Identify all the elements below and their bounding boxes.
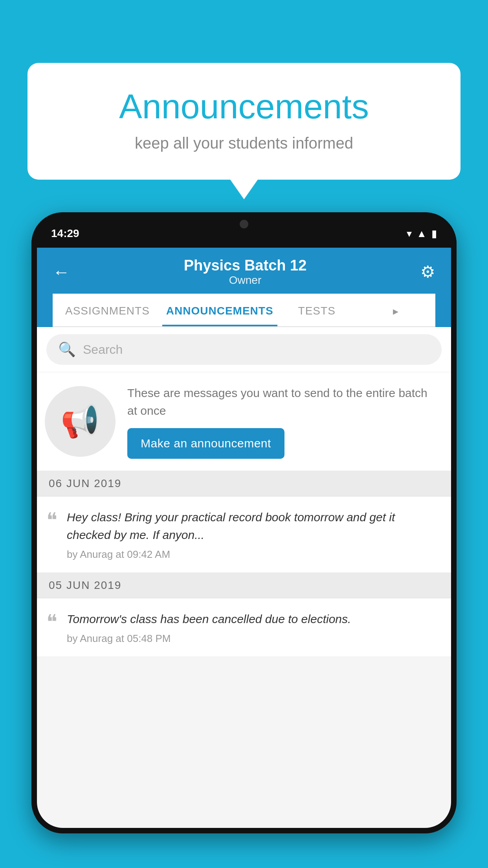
announcement-text-2: Tomorrow's class has been cancelled due … (67, 610, 439, 628)
announcement-meta-1: by Anurag at 09:42 AM (67, 548, 439, 561)
promo-description: These are messages you want to send to t… (127, 384, 439, 419)
status-icons: ▾ ▲ ▮ (407, 228, 437, 240)
phone-screen: ← Physics Batch 12 Owner ⚙ ASSIGNMENTS A… (37, 248, 451, 828)
settings-icon[interactable]: ⚙ (420, 262, 435, 281)
header-row: ← Physics Batch 12 Owner ⚙ (53, 257, 435, 294)
speech-bubble-container: Announcements keep all your students inf… (28, 63, 460, 199)
announcement-meta-2: by Anurag at 05:48 PM (67, 633, 439, 645)
battery-icon: ▮ (431, 228, 437, 240)
tabs-row: ASSIGNMENTS ANNOUNCEMENTS TESTS ▸ (53, 294, 435, 327)
search-bar[interactable]: 🔍 Search (46, 334, 442, 365)
promo-card: 📢 These are messages you want to send to… (37, 372, 451, 471)
signal-icon: ▲ (416, 228, 427, 240)
promo-icon-circle: 📢 (45, 386, 116, 457)
status-bar: 14:29 ▾ ▲ ▮ (31, 212, 457, 248)
app-header: ← Physics Batch 12 Owner ⚙ ASSIGNMENTS A… (37, 248, 451, 327)
search-container: 🔍 Search (37, 327, 451, 372)
wifi-icon: ▾ (407, 228, 412, 240)
speech-bubble-arrow (230, 180, 258, 199)
speech-bubble-title: Announcements (59, 86, 429, 127)
make-announcement-button[interactable]: Make an announcement (127, 428, 284, 459)
announcement-item-1: ❝ Hey class! Bring your practical record… (37, 497, 451, 573)
tab-more[interactable]: ▸ (356, 294, 435, 326)
tab-assignments[interactable]: ASSIGNMENTS (53, 294, 162, 326)
back-button[interactable]: ← (53, 262, 70, 282)
quote-icon-1: ❝ (46, 510, 57, 530)
megaphone-icon: 📢 (61, 403, 100, 440)
phone-frame: 14:29 ▾ ▲ ▮ ← Physics Batch 12 Owner (31, 212, 457, 833)
announcement-text-1: Hey class! Bring your practical record b… (67, 508, 439, 544)
announcement-content-2: Tomorrow's class has been cancelled due … (67, 610, 439, 645)
tab-announcements[interactable]: ANNOUNCEMENTS (162, 294, 277, 326)
status-time: 14:29 (51, 227, 79, 240)
date-separator-1: 06 JUN 2019 (37, 471, 451, 497)
date-separator-2: 05 JUN 2019 (37, 573, 451, 598)
header-subtitle: Owner (184, 274, 307, 287)
notch (201, 212, 287, 236)
speech-bubble-subtitle: keep all your students informed (59, 134, 429, 152)
header-title-group: Physics Batch 12 Owner (184, 257, 307, 287)
announcement-item-2: ❝ Tomorrow's class has been cancelled du… (37, 598, 451, 657)
search-placeholder: Search (83, 342, 123, 357)
announcement-content-1: Hey class! Bring your practical record b… (67, 508, 439, 561)
camera-dot (240, 220, 248, 228)
phone-container: 14:29 ▾ ▲ ▮ ← Physics Batch 12 Owner (31, 212, 457, 868)
tab-tests[interactable]: TESTS (277, 294, 356, 326)
search-icon: 🔍 (58, 341, 76, 358)
speech-bubble: Announcements keep all your students inf… (28, 63, 460, 180)
quote-icon-2: ❝ (46, 612, 57, 632)
promo-content: These are messages you want to send to t… (127, 384, 439, 459)
header-title: Physics Batch 12 (184, 257, 307, 274)
